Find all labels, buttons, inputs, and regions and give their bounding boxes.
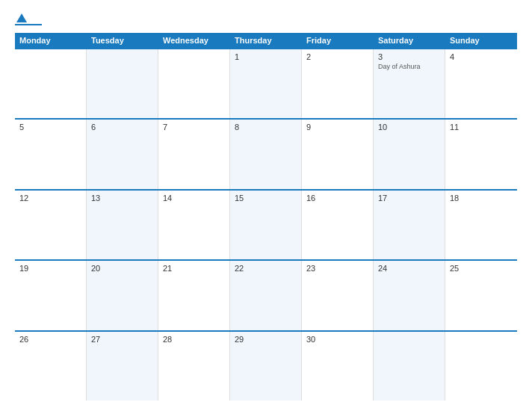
calendar-week-0: 123Day of Ashura4 (15, 48, 517, 118)
calendar-cell: 2 (302, 49, 374, 118)
calendar-cell: 3Day of Ashura (374, 49, 445, 118)
calendar-header: MondayTuesdayWednesdayThursdayFridaySatu… (15, 33, 517, 48)
calendar-cell (15, 49, 87, 118)
calendar-cell: 10 (374, 120, 445, 188)
day-number: 28 (163, 335, 225, 344)
day-number: 7 (163, 123, 225, 132)
calendar-cell: 13 (87, 191, 158, 259)
day-number: 1 (235, 52, 297, 61)
calendar-cell: 16 (302, 191, 374, 259)
day-number: 24 (378, 264, 440, 273)
calendar-cell: 18 (445, 191, 517, 259)
calendar-week-2: 12131415161718 (15, 189, 517, 259)
calendar-cell (374, 332, 445, 401)
day-number: 21 (163, 264, 225, 273)
day-number: 23 (306, 264, 368, 273)
day-number: 16 (306, 194, 368, 203)
calendar: MondayTuesdayWednesdayThursdayFridaySatu… (15, 33, 517, 401)
calendar-cell: 1 (230, 49, 302, 118)
calendar-cell: 11 (445, 120, 517, 188)
day-header-wednesday: Wednesday (158, 33, 230, 48)
logo-line (15, 24, 42, 25)
day-number: 30 (306, 335, 368, 344)
calendar-cell: 27 (87, 332, 158, 401)
calendar-week-4: 2627282930 (15, 330, 517, 401)
calendar-cell: 7 (158, 120, 230, 188)
calendar-cell: 24 (374, 261, 445, 330)
calendar-cell: 15 (230, 191, 302, 259)
day-number: 20 (91, 264, 153, 273)
day-header-friday: Friday (302, 33, 374, 48)
calendar-cell (445, 332, 517, 401)
calendar-cell: 21 (158, 261, 230, 330)
day-number: 12 (19, 194, 81, 203)
logo (15, 13, 43, 25)
calendar-cell (158, 49, 230, 118)
day-header-saturday: Saturday (374, 33, 445, 48)
day-header-sunday: Sunday (445, 33, 517, 48)
calendar-cell: 23 (302, 261, 374, 330)
calendar-cell: 14 (158, 191, 230, 259)
day-number: 3 (378, 52, 440, 61)
calendar-week-3: 19202122232425 (15, 259, 517, 330)
calendar-cell: 12 (15, 191, 87, 259)
day-number: 29 (235, 335, 297, 344)
calendar-cell: 25 (445, 261, 517, 330)
page: MondayTuesdayWednesdayThursdayFridaySatu… (0, 0, 532, 411)
day-number: 8 (235, 123, 297, 132)
day-number: 13 (91, 194, 153, 203)
day-number: 27 (91, 335, 153, 344)
day-header-monday: Monday (15, 33, 87, 48)
calendar-cell: 22 (230, 261, 302, 330)
calendar-cell: 17 (374, 191, 445, 259)
day-number: 5 (19, 123, 81, 132)
logo-triangle-icon (16, 13, 27, 22)
calendar-cell: 4 (445, 49, 517, 118)
holiday-name: Day of Ashura (378, 63, 440, 70)
day-number: 6 (91, 123, 153, 132)
day-header-tuesday: Tuesday (87, 33, 158, 48)
day-header-thursday: Thursday (230, 33, 302, 48)
day-number: 18 (450, 194, 513, 203)
day-number: 10 (378, 123, 440, 132)
header (15, 13, 517, 25)
calendar-cell: 9 (302, 120, 374, 188)
calendar-cell: 26 (15, 332, 87, 401)
day-number: 2 (306, 52, 368, 61)
day-number: 4 (450, 52, 513, 61)
day-number: 9 (306, 123, 368, 132)
day-number: 15 (235, 194, 297, 203)
day-number: 25 (450, 264, 513, 273)
day-number: 11 (450, 123, 513, 132)
day-number: 19 (19, 264, 81, 273)
calendar-cell: 30 (302, 332, 374, 401)
calendar-body: 123Day of Ashura456789101112131415161718… (15, 48, 517, 401)
calendar-cell: 6 (87, 120, 158, 188)
calendar-week-1: 567891011 (15, 118, 517, 188)
day-number: 26 (19, 335, 81, 344)
calendar-cell: 29 (230, 332, 302, 401)
day-number: 17 (378, 194, 440, 203)
calendar-cell (87, 49, 158, 118)
day-number: 14 (163, 194, 225, 203)
calendar-cell: 5 (15, 120, 87, 188)
calendar-cell: 28 (158, 332, 230, 401)
day-number: 22 (235, 264, 297, 273)
calendar-cell: 19 (15, 261, 87, 330)
calendar-cell: 8 (230, 120, 302, 188)
calendar-cell: 20 (87, 261, 158, 330)
